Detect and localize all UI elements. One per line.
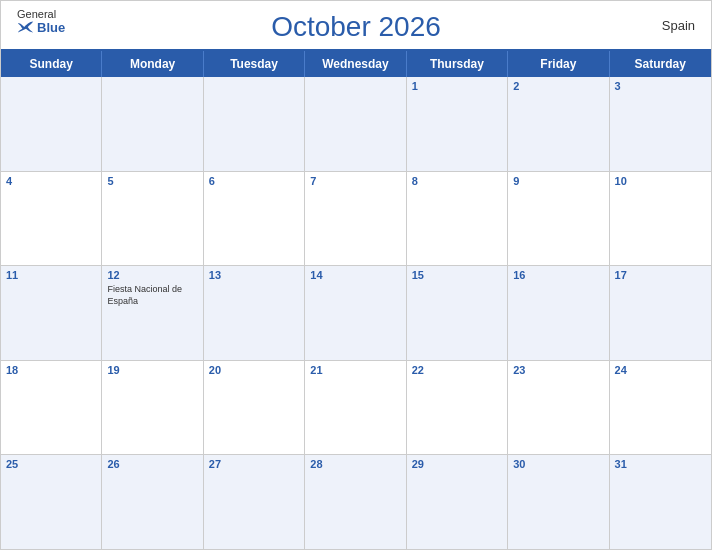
day-cell: 21 xyxy=(305,361,406,455)
day-cell: 28 xyxy=(305,455,406,549)
day-number: 31 xyxy=(615,458,706,471)
day-cell: 23 xyxy=(508,361,609,455)
day-number: 11 xyxy=(6,269,96,282)
day-number: 1 xyxy=(412,80,502,93)
week-row-1: 123 xyxy=(1,77,711,172)
day-cell: 12Fiesta Nacional de España xyxy=(102,266,203,360)
day-number: 7 xyxy=(310,175,400,188)
day-number: 28 xyxy=(310,458,400,471)
day-cell: 3 xyxy=(610,77,711,171)
day-cell: 26 xyxy=(102,455,203,549)
week-row-3: 1112Fiesta Nacional de España1314151617 xyxy=(1,266,711,361)
calendar-container: General Blue October 2026 Spain SundayMo… xyxy=(0,0,712,550)
day-number: 8 xyxy=(412,175,502,188)
day-cell: 20 xyxy=(204,361,305,455)
day-cell xyxy=(204,77,305,171)
week-row-2: 45678910 xyxy=(1,172,711,267)
day-cell: 31 xyxy=(610,455,711,549)
day-cell: 10 xyxy=(610,172,711,266)
day-number: 13 xyxy=(209,269,299,282)
day-number: 2 xyxy=(513,80,603,93)
day-cell: 30 xyxy=(508,455,609,549)
day-cell: 15 xyxy=(407,266,508,360)
day-number: 26 xyxy=(107,458,197,471)
day-number: 24 xyxy=(615,364,706,377)
day-cell: 5 xyxy=(102,172,203,266)
day-header-tuesday: Tuesday xyxy=(204,51,305,77)
day-header-monday: Monday xyxy=(102,51,203,77)
calendar-header: General Blue October 2026 Spain xyxy=(1,1,711,49)
logo-bird-icon xyxy=(17,20,35,34)
day-cell: 7 xyxy=(305,172,406,266)
country-label: Spain xyxy=(662,18,695,33)
day-cell: 22 xyxy=(407,361,508,455)
day-cell: 8 xyxy=(407,172,508,266)
calendar-grid: SundayMondayTuesdayWednesdayThursdayFrid… xyxy=(1,49,711,549)
day-cell xyxy=(102,77,203,171)
day-number: 30 xyxy=(513,458,603,471)
day-number: 19 xyxy=(107,364,197,377)
logo-general-text: General xyxy=(17,9,56,20)
day-header-thursday: Thursday xyxy=(407,51,508,77)
week-row-4: 18192021222324 xyxy=(1,361,711,456)
day-cell xyxy=(1,77,102,171)
day-number: 23 xyxy=(513,364,603,377)
day-number: 14 xyxy=(310,269,400,282)
day-number: 12 xyxy=(107,269,197,282)
day-number: 20 xyxy=(209,364,299,377)
day-cell xyxy=(305,77,406,171)
logo-area: General Blue xyxy=(17,9,65,34)
day-cell: 16 xyxy=(508,266,609,360)
day-cell: 27 xyxy=(204,455,305,549)
day-number: 10 xyxy=(615,175,706,188)
day-number: 3 xyxy=(615,80,706,93)
day-cell: 6 xyxy=(204,172,305,266)
day-header-saturday: Saturday xyxy=(610,51,711,77)
day-cell: 14 xyxy=(305,266,406,360)
day-number: 4 xyxy=(6,175,96,188)
day-cell: 24 xyxy=(610,361,711,455)
day-number: 27 xyxy=(209,458,299,471)
day-cell: 4 xyxy=(1,172,102,266)
day-number: 25 xyxy=(6,458,96,471)
day-cell: 11 xyxy=(1,266,102,360)
day-header-sunday: Sunday xyxy=(1,51,102,77)
week-row-5: 25262728293031 xyxy=(1,455,711,549)
day-header-wednesday: Wednesday xyxy=(305,51,406,77)
day-number: 18 xyxy=(6,364,96,377)
day-number: 29 xyxy=(412,458,502,471)
day-cell: 19 xyxy=(102,361,203,455)
day-cell: 1 xyxy=(407,77,508,171)
day-number: 9 xyxy=(513,175,603,188)
day-headers-row: SundayMondayTuesdayWednesdayThursdayFrid… xyxy=(1,51,711,77)
weeks-container: 123456789101112Fiesta Nacional de España… xyxy=(1,77,711,549)
day-cell: 25 xyxy=(1,455,102,549)
logo-blue-text: Blue xyxy=(17,20,65,34)
day-number: 21 xyxy=(310,364,400,377)
day-number: 15 xyxy=(412,269,502,282)
day-number: 17 xyxy=(615,269,706,282)
holiday-text: Fiesta Nacional de España xyxy=(107,284,197,307)
day-cell: 18 xyxy=(1,361,102,455)
day-cell: 13 xyxy=(204,266,305,360)
day-cell: 2 xyxy=(508,77,609,171)
day-number: 16 xyxy=(513,269,603,282)
day-cell: 29 xyxy=(407,455,508,549)
day-number: 6 xyxy=(209,175,299,188)
day-number: 5 xyxy=(107,175,197,188)
day-cell: 9 xyxy=(508,172,609,266)
day-cell: 17 xyxy=(610,266,711,360)
day-number: 22 xyxy=(412,364,502,377)
month-title: October 2026 xyxy=(271,11,441,43)
day-header-friday: Friday xyxy=(508,51,609,77)
